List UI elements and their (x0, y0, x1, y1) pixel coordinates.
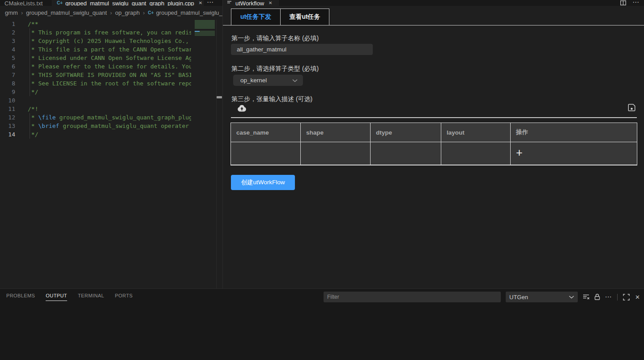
line-number: 10 (0, 96, 15, 105)
line-content: * Please refer to the License for detail… (15, 62, 191, 71)
close-icon[interactable]: ✕ (269, 0, 272, 6)
close-panel-icon[interactable]: ✕ (634, 293, 641, 301)
tab-label: grouped_matmul_swiglu_quant_graph_plugin… (65, 0, 194, 6)
indent-guide (30, 28, 30, 96)
save-icon[interactable] (628, 104, 635, 111)
line-content: /*! (15, 105, 38, 113)
create-utworkflow-button[interactable]: 创建utWorkFlow (231, 175, 295, 190)
line-number: 11 (0, 105, 15, 113)
cell-layout (441, 142, 511, 165)
line-content: * \brief grouped_matmul_swiglu_quant ope… (15, 122, 191, 130)
editor-scrollbar[interactable] (216, 20, 222, 288)
line-number: 7 (0, 71, 15, 79)
split-editor-icon[interactable] (619, 0, 627, 5)
table-header-row: case_nameshapedtypelayout操作 (231, 123, 637, 142)
view-tab-ut-view[interactable]: 查看ut任务 (280, 8, 329, 25)
tab-cpp-file[interactable]: C+ grouped_matmul_swiglu_quant_graph_plu… (52, 0, 204, 6)
tensor-input-table: case_nameshapedtypelayout操作 + (230, 123, 637, 165)
breadcrumb-separator-icon: › (21, 9, 23, 16)
code-line: 4 * This file is a part of the CANN Open… (0, 45, 191, 54)
step3-label: 第三步，张量输入描述 (可选) (231, 95, 312, 103)
output-channel-select[interactable]: UTGen (506, 292, 578, 302)
code-line: 14 */ (0, 130, 191, 139)
editor-tabbar-right: utWorkflow ✕ (222, 0, 644, 6)
more-actions-icon[interactable]: ⋯ (207, 0, 214, 4)
code-editor[interactable]: 1/**2 * This program is free software, y… (0, 20, 191, 288)
line-content: * This file is a part of the CANN Open S… (15, 45, 191, 54)
breadcrumb-item[interactable]: gmm (5, 9, 18, 16)
step1-label: 第一步，请输入算子名称 (必填) (231, 34, 319, 42)
breadcrumb-item[interactable]: op_graph (115, 9, 140, 16)
line-number: 9 (0, 88, 15, 96)
panel-tab-ports[interactable]: PORTS (115, 293, 133, 301)
line-content: /** (15, 20, 38, 28)
more-actions-icon[interactable]: ⋯ (632, 0, 640, 4)
minimap-keyword-mark (195, 31, 200, 32)
table-header-cell: layout (441, 123, 511, 142)
divider (617, 294, 618, 301)
line-number: 4 (0, 45, 15, 54)
table-header-cell: 操作 (511, 123, 637, 142)
cell-actions: + (511, 142, 637, 165)
code-line: 7 * THIS SOFTWARE IS PROVIDED ON AN "AS … (0, 71, 191, 79)
table-header-cell: dtype (371, 123, 441, 142)
cell-case-name (231, 142, 301, 165)
clear-output-icon[interactable] (582, 293, 590, 301)
panel-tab-problems[interactable]: PROBLEMS (6, 293, 35, 301)
code-line: 6 * Please refer to the License for deta… (0, 62, 191, 71)
code-lines: 1/**2 * This program is free software, y… (0, 20, 191, 139)
line-content: * See LICENSE in the root of the softwar… (15, 79, 191, 88)
tab-label: utWorkflow (235, 0, 264, 6)
panel-tab-output[interactable]: OUTPUT (46, 293, 67, 301)
vscode-window: CMakeLists.txt C+ grouped_matmul_swiglu_… (0, 0, 644, 360)
line-content: */ (15, 88, 38, 96)
line-content: * THIS SOFTWARE IS PROVIDED ON AN "AS IS… (15, 71, 191, 79)
operator-type-select[interactable]: op_kernel (233, 75, 303, 86)
close-icon[interactable]: ✕ (199, 0, 202, 6)
breadcrumb-item[interactable]: grouped_matmul_swiglu_q (156, 9, 222, 16)
view-tab-ut-dispatch[interactable]: ut任务下发 (231, 8, 281, 25)
code-line: 10 (0, 96, 191, 105)
cpp-file-icon: C+ (148, 10, 154, 16)
cell-dtype (371, 142, 441, 165)
breadcrumb-separator-icon: › (110, 9, 112, 16)
output-filter-input[interactable] (324, 292, 501, 302)
operator-name-input[interactable] (231, 44, 373, 55)
selected-value: op_kernel (240, 77, 292, 84)
line-content: * Copyright (c) 2025 Huawei Technologies… (15, 37, 191, 45)
line-number: 12 (0, 113, 15, 122)
more-actions-icon[interactable]: ⋯ (605, 293, 612, 301)
line-number: 8 (0, 79, 15, 88)
line-content: */ (15, 130, 38, 139)
chevron-down-icon (292, 79, 298, 82)
code-line: 11/*! (0, 105, 191, 113)
line-number: 5 (0, 54, 15, 62)
minimap[interactable] (194, 20, 216, 288)
tab-utworkflow[interactable]: utWorkflow ✕ (223, 0, 279, 6)
code-line: 9 */ (0, 88, 191, 96)
indent-guide (30, 113, 30, 139)
add-row-icon[interactable]: + (516, 148, 523, 157)
sash-handle[interactable] (217, 96, 222, 98)
table-header-cell: case_name (231, 123, 301, 142)
chevron-down-icon (569, 295, 574, 299)
line-number: 2 (0, 28, 15, 37)
panel-tabs: PROBLEMSOUTPUTTERMINALPORTS (6, 293, 133, 301)
line-number: 14 (0, 130, 15, 139)
code-line: 2 * This program is free software, you c… (0, 28, 191, 37)
lock-icon[interactable] (593, 293, 601, 301)
line-content: * Licensed under CANN Open Software Lice… (15, 54, 191, 62)
maximize-panel-icon[interactable] (623, 293, 630, 301)
cpp-file-icon: C+ (57, 0, 63, 6)
minimap-code-block (195, 20, 215, 29)
utworkflow-webview: ut任务下发查看ut任务 第一步，请输入算子名称 (必填) 第二步，请选择算子类… (223, 6, 644, 288)
line-number: 13 (0, 122, 15, 130)
breadcrumb-item[interactable]: grouped_matmul_swiglu_quant (26, 9, 107, 16)
cell-shape (301, 142, 371, 165)
panel-tab-terminal[interactable]: TERMINAL (78, 293, 104, 301)
view-tabs: ut任务下发查看ut任务 (231, 8, 329, 25)
line-content (15, 96, 28, 105)
tab-cmakelists[interactable]: CMakeLists.txt (0, 0, 52, 6)
code-line: 5 * Licensed under CANN Open Software Li… (0, 54, 191, 62)
upload-icon[interactable] (237, 104, 247, 113)
